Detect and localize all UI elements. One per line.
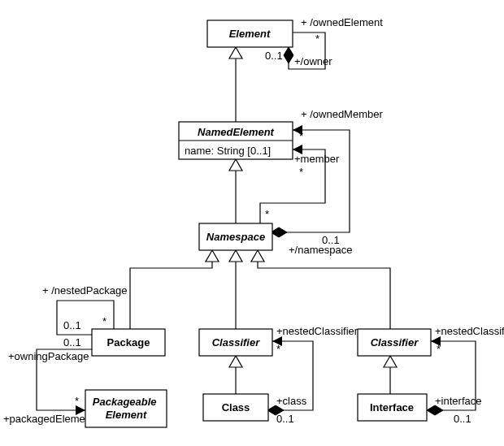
lbl-classRole-mult: 0..1	[276, 413, 294, 425]
edge-classifier2-namespace	[251, 250, 390, 329]
edge-package-namespace	[130, 250, 219, 329]
svg-marker-7	[229, 250, 242, 262]
class-class: Class	[203, 394, 268, 421]
svg-marker-2	[229, 159, 242, 171]
lbl-nestedPackage: + /nestedPackage	[42, 284, 127, 297]
edge-nestedClassifier2: +nestedClassifier * +interface 0..1	[427, 325, 504, 425]
class-classifier1-name: Classifier	[212, 336, 260, 349]
lbl-nestedClassifier2: +nestedClassifier	[435, 325, 504, 337]
class-classifier2: Classifier	[358, 329, 431, 356]
edge-interface-classifier2	[384, 356, 397, 394]
class-packageableElement: Packageable Element	[85, 390, 167, 427]
lbl-nestedClassifier2-mult: *	[437, 343, 441, 355]
class-element-name: Element	[229, 28, 271, 40]
svg-marker-13	[384, 356, 397, 367]
lbl-member-mult: *	[299, 166, 303, 178]
lbl-interfaceRole-mult: 0..1	[454, 413, 471, 425]
lbl-owningPackage: +owningPackage	[8, 350, 89, 362]
edge-namespace-namedElement	[229, 159, 242, 223]
svg-marker-12	[229, 356, 242, 367]
class-namespace: Namespace	[199, 223, 272, 250]
lbl-packagedElement-mult: *	[75, 395, 79, 407]
class-package-name: Package	[107, 336, 150, 349]
class-pe-line2: Element	[106, 409, 147, 421]
lbl-interfaceRole: +interface	[435, 395, 481, 407]
lbl-owningPackage-mult: 0..1	[63, 336, 81, 349]
lbl-nestedPackage-mult: *	[102, 315, 106, 327]
lbl-member: +member	[294, 153, 340, 165]
class-pe-line1: Packageable	[93, 396, 157, 408]
svg-marker-8	[251, 250, 264, 262]
lbl-ownedMember: + /ownedMember	[301, 108, 383, 120]
svg-marker-1	[229, 47, 242, 58]
lbl-nestedClassifier1: +nestedClassifier	[276, 325, 358, 337]
edge-class-classifier1	[229, 356, 242, 394]
lbl-classRole: +class	[276, 395, 307, 407]
lbl-packagedElement: +packagedElement	[3, 413, 94, 425]
edge-classifier1-namespace	[229, 250, 242, 329]
class-class-name: Class	[222, 401, 250, 414]
svg-marker-3	[271, 227, 287, 237]
lbl-ownedMember-mult: *	[299, 130, 303, 142]
class-package: Package	[92, 329, 165, 356]
lbl-ownedElement: + /ownedElement	[301, 16, 383, 28]
class-classifier1: Classifier	[199, 329, 272, 356]
class-namedElement-name: NamedElement	[198, 126, 275, 138]
edge-namedElement-element	[229, 47, 242, 122]
class-classifier2-name: Classifier	[371, 336, 419, 349]
lbl-namespace: +/namespace	[289, 244, 352, 256]
class-namedElement-attr: name: String [0..1]	[185, 145, 271, 157]
edge-nestedClassifier1: +nestedClassifier * +class 0..1	[267, 325, 358, 425]
lbl-owner-mult: 0..1	[265, 50, 283, 62]
lbl-nestedClassifier1-mult: *	[276, 343, 280, 355]
lbl-ownedElement-mult: *	[315, 32, 319, 45]
class-element: Element	[207, 20, 293, 47]
class-interface: Interface	[358, 394, 427, 421]
class-namedElement: NamedElement name: String [0..1]	[179, 122, 293, 159]
lbl-ns-member-mult: *	[265, 208, 269, 220]
svg-marker-6	[206, 250, 219, 262]
lbl-nestedPackage-own-mult: 0..1	[63, 319, 81, 331]
class-interface-name: Interface	[370, 401, 414, 414]
lbl-owner: +/owner	[294, 55, 332, 67]
svg-marker-0	[284, 47, 293, 63]
class-namespace-name: Namespace	[206, 231, 265, 243]
